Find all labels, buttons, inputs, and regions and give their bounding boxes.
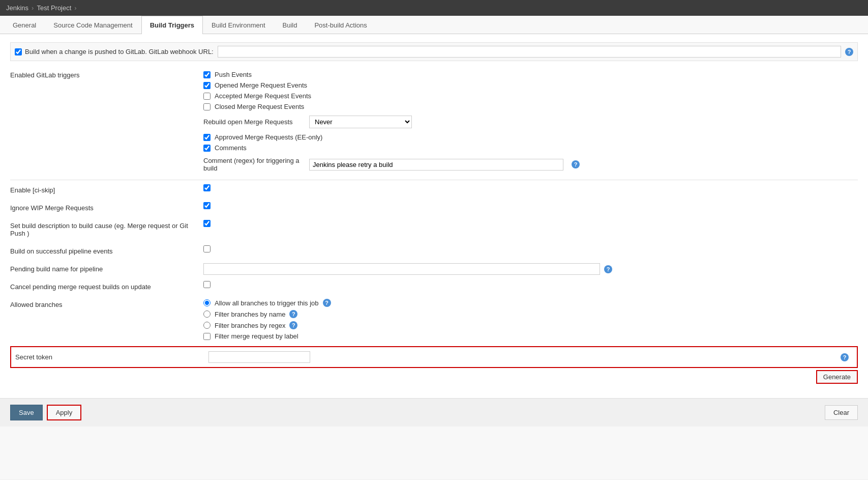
trigger-approved-mr: Approved Merge Requests (EE-only) xyxy=(203,132,858,143)
ignore-wip-label: Ignore WIP Merge Requests xyxy=(10,202,203,214)
comment-regex-input[interactable] xyxy=(309,159,563,171)
all-branches-radio[interactable] xyxy=(203,299,211,306)
cancel-pending-label: Cancel pending merge request builds on u… xyxy=(10,281,203,293)
clear-button[interactable]: Clear xyxy=(825,405,858,420)
apply-button[interactable]: Apply xyxy=(47,405,82,420)
approved-mr-label: Approved Merge Requests (EE-only) xyxy=(215,133,322,141)
push-events-checkbox[interactable] xyxy=(203,71,211,78)
filter-by-name-help-icon[interactable]: ? xyxy=(289,310,297,318)
build-pipeline-label: Build on successful pipeline events xyxy=(10,245,203,257)
tab-source-code[interactable]: Source Code Management xyxy=(45,16,141,34)
ci-skip-checkbox[interactable] xyxy=(203,184,211,191)
trigger-opened-mr: Opened Merge Request Events xyxy=(203,80,858,91)
closed-mr-checkbox[interactable] xyxy=(203,103,211,110)
trigger-comments: Comments xyxy=(203,143,858,153)
approved-mr-checkbox[interactable] xyxy=(203,134,211,141)
radio-all-branches: Allow all branches to trigger this job ? xyxy=(203,299,858,307)
accepted-mr-checkbox[interactable] xyxy=(203,93,211,100)
ignore-wip-control xyxy=(203,202,858,211)
build-pipeline-checkbox[interactable] xyxy=(203,245,211,252)
bottom-left-buttons: Save Apply xyxy=(10,405,81,420)
main-container: General Source Code Management Build Tri… xyxy=(0,16,868,479)
save-button[interactable]: Save xyxy=(10,405,43,420)
content-area: Build when a change is pushed to GitLab.… xyxy=(0,34,868,398)
tab-post-build[interactable]: Post-build Actions xyxy=(306,16,375,34)
checkbox-filter-by-label: Filter merge request by label xyxy=(203,332,858,340)
breadcrumb-project[interactable]: Test Project xyxy=(37,4,71,12)
secret-token-row: Secret token ? xyxy=(10,346,858,368)
ci-skip-control xyxy=(203,184,858,193)
trigger-comment-regex: Comment (regex) for triggering a build ? xyxy=(203,155,858,174)
webhook-checkbox[interactable] xyxy=(15,48,22,55)
cancel-pending-control xyxy=(203,281,858,290)
set-build-desc-checkbox[interactable] xyxy=(203,220,211,227)
cancel-pending-checkbox[interactable] xyxy=(203,281,211,288)
set-build-desc-label: Set build description to build cause (eg… xyxy=(10,220,203,239)
webhook-help-icon[interactable]: ? xyxy=(845,48,853,56)
breadcrumb-jenkins[interactable]: Jenkins xyxy=(6,4,28,12)
trigger-push-events: Push Events xyxy=(203,69,858,80)
build-pipeline-control xyxy=(203,245,858,254)
all-branches-help-icon[interactable]: ? xyxy=(323,299,331,307)
comments-label: Comments xyxy=(215,144,247,152)
bottom-bar: Save Apply Clear xyxy=(0,398,868,427)
allowed-branches-label: Allowed branches xyxy=(10,299,203,310)
filter-by-regex-help-icon[interactable]: ? xyxy=(289,321,297,329)
filter-by-label-checkbox[interactable] xyxy=(203,333,211,340)
rebuild-open-label: Rebuild open Merge Requests xyxy=(203,118,305,126)
triggers-section: Enabled GitLab triggers Push Events Open… xyxy=(10,69,858,174)
pending-build-help-icon[interactable]: ? xyxy=(604,265,612,273)
filter-by-label-label: Filter merge request by label xyxy=(215,332,298,340)
allowed-branches-control: Allow all branches to trigger this job ?… xyxy=(203,299,858,340)
comment-regex-help-icon[interactable]: ? xyxy=(572,160,580,168)
divider-1 xyxy=(10,180,858,180)
opened-mr-checkbox[interactable] xyxy=(203,82,211,89)
ignore-wip-checkbox[interactable] xyxy=(203,202,211,209)
tab-build[interactable]: Build xyxy=(274,16,306,34)
comments-checkbox[interactable] xyxy=(203,145,211,152)
tabs-bar: General Source Code Management Build Tri… xyxy=(0,16,868,34)
filter-by-regex-radio[interactable] xyxy=(203,322,211,329)
radio-filter-by-regex: Filter branches by regex ? xyxy=(203,321,858,329)
generate-btn-wrapper: ? xyxy=(310,353,853,361)
breadcrumb-sep-2: › xyxy=(74,4,76,12)
webhook-url-input[interactable] xyxy=(218,46,841,58)
secret-token-label: Secret token xyxy=(15,353,208,361)
all-branches-radio-label: Allow all branches to trigger this job xyxy=(215,299,319,307)
opened-mr-label: Opened Merge Request Events xyxy=(215,81,307,89)
closed-mr-label: Closed Merge Request Events xyxy=(215,103,304,110)
accepted-mr-label: Accepted Merge Request Events xyxy=(215,92,311,100)
breadcrumb: Jenkins › Test Project › xyxy=(0,0,868,16)
pending-build-section: Pending build name for pipeline ? xyxy=(10,263,858,275)
filter-by-name-label: Filter branches by name xyxy=(215,310,285,318)
trigger-closed-mr: Closed Merge Request Events xyxy=(203,101,858,112)
cancel-pending-section: Cancel pending merge request builds on u… xyxy=(10,281,858,293)
tab-build-triggers[interactable]: Build Triggers xyxy=(141,16,203,34)
breadcrumb-sep-1: › xyxy=(32,4,34,12)
comment-regex-label: Comment (regex) for triggering a build xyxy=(203,157,305,172)
pending-build-input[interactable] xyxy=(203,263,600,275)
pending-build-control: ? xyxy=(203,263,858,275)
filter-by-regex-label: Filter branches by regex xyxy=(215,322,285,329)
push-events-label: Push Events xyxy=(215,71,252,78)
triggers-grid: Push Events Opened Merge Request Events … xyxy=(203,69,858,174)
set-build-desc-control xyxy=(203,220,858,229)
secret-token-input[interactable] xyxy=(208,351,310,363)
build-pipeline-section: Build on successful pipeline events xyxy=(10,245,858,257)
radio-filter-by-name: Filter branches by name ? xyxy=(203,310,858,318)
secret-token-help-icon[interactable]: ? xyxy=(841,353,849,361)
webhook-label: Build when a change is pushed to GitLab.… xyxy=(15,48,214,55)
set-build-desc-section: Set build description to build cause (eg… xyxy=(10,220,858,239)
triggers-label: Enabled GitLab triggers xyxy=(10,69,203,174)
allowed-branches-radio-group: Allow all branches to trigger this job ?… xyxy=(203,299,858,340)
pending-build-label: Pending build name for pipeline xyxy=(10,263,203,275)
generate-button[interactable]: Generate xyxy=(816,370,858,384)
rebuild-open-select[interactable]: Never On push to source branch On push t… xyxy=(309,116,412,128)
webhook-row: Build when a change is pushed to GitLab.… xyxy=(10,42,858,61)
tab-build-environment[interactable]: Build Environment xyxy=(203,16,274,34)
tab-general[interactable]: General xyxy=(4,16,45,34)
ci-skip-label: Enable [ci-skip] xyxy=(10,184,203,196)
filter-by-name-radio[interactable] xyxy=(203,310,211,318)
ci-skip-section: Enable [ci-skip] xyxy=(10,184,858,196)
ignore-wip-section: Ignore WIP Merge Requests xyxy=(10,202,858,214)
